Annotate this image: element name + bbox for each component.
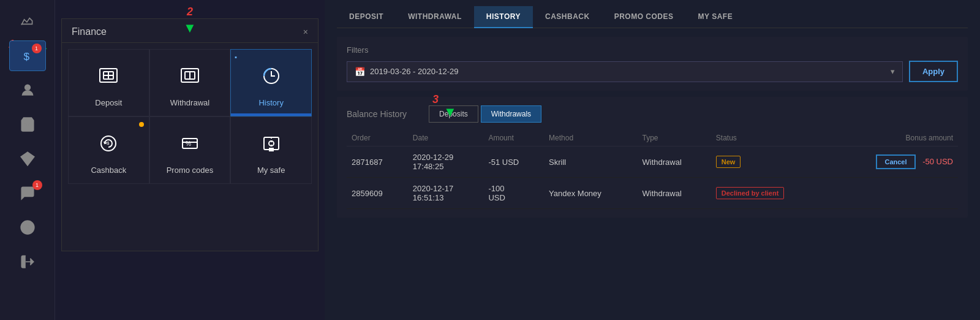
cell-order: 2871687 [347,147,408,178]
status-badge-declined: Declined by client [716,187,785,199]
apply-button[interactable]: Apply [909,61,958,82]
chart-icon [20,13,36,29]
filters-section: Filters 📅 2019-03-26 - 2020-12-29 ▾ Appl… [337,37,968,91]
cart-icon [20,116,36,132]
history-bottom-bar [231,113,311,116]
col-status: Status [711,130,828,147]
table-header: Order Date Amount Method Type Status Bon… [347,130,958,147]
finance-item-history[interactable]: ▪ History [230,49,312,116]
withdrawal-bottom-bar [150,113,230,116]
logout-icon [20,254,36,270]
col-bonus: Bonus amount [828,130,958,147]
finance-item-mysafe[interactable]: My safe [230,116,312,184]
modal-close-button[interactable]: × [303,27,308,37]
selected-indicator: ▪ [235,53,237,61]
cell-date: 2020-12-1716:51:13 [408,178,484,209]
cancel-button[interactable]: Cancel [876,154,915,169]
tab-withdrawal[interactable]: WITHDRAWAL [396,6,474,28]
history-icon [259,64,284,93]
cashback-bottom-bar [69,181,149,183]
cashback-label: Cashback [91,166,126,175]
cell-amount: -51 USD [483,147,544,178]
deposit-icon [96,64,121,93]
tab-cashback[interactable]: CASHBACK [533,6,602,28]
finance-item-cashback[interactable]: $ Cashback [68,116,149,184]
svg-point-1 [24,85,30,90]
cell-type: Withdrawal [638,178,711,209]
sidebar-item-logout[interactable] [9,246,46,277]
sidebar-item-help[interactable] [9,212,46,243]
col-amount: Amount [483,130,544,147]
history-table: Order Date Amount Method Type Status Bon… [347,130,958,209]
cell-type: Withdrawal [638,147,711,178]
tab-bar: DEPOSIT WITHDRAWAL HISTORY CASHBACK PROM… [337,6,968,28]
finance-grid: Deposit Withdrawal ▪ [62,43,318,190]
sidebar-item-user[interactable] [9,75,46,105]
sidebar-item-finance[interactable]: $ 1 [9,40,46,71]
cashback-icon: $ [96,131,121,161]
sidebar-item-diamond[interactable] [9,143,46,174]
step2-arrow: ▼ [183,20,197,36]
diamond-icon [20,151,36,167]
date-range-value: 2019-03-26 - 2020-12-29 [370,67,459,76]
balance-header: Balance History 3 ▼ Deposits Withdrawals [347,105,958,123]
svg-text:$: $ [23,50,29,63]
question-icon [20,219,36,235]
date-range-input[interactable]: 📅 2019-03-26 - 2020-12-29 ▾ [347,61,903,82]
cell-amount: -100USD [483,178,544,209]
promo-label: Promo codes [167,166,214,175]
cell-method: Yandex Money [544,178,637,209]
filters-label: Filters [347,45,958,55]
sidebar-item-chart[interactable] [9,6,46,37]
cell-date: 2020-12-2917:48:25 [408,147,484,178]
step3-label: 3 [432,93,439,106]
finance-item-withdrawal[interactable]: Withdrawal [149,49,231,116]
table-row: 2859609 2020-12-1716:51:13 -100USD Yande… [347,178,958,209]
withdrawal-icon [178,64,202,93]
deposit-label: Deposit [95,98,122,107]
dropdown-arrow: ▾ [891,67,895,76]
table-row: 2871687 2020-12-2917:48:25 -51 USD Skril… [347,147,958,178]
cell-status: Declined by client [711,178,828,209]
cell-bonus [828,178,958,209]
chat-badge: 1 [32,180,42,190]
svg-text:$: $ [107,140,110,146]
deposit-bottom-bar [69,113,149,116]
calendar-icon: 📅 [355,67,365,77]
cell-status: New [711,147,828,178]
modal-title: Finance [72,26,107,37]
withdrawal-label: Withdrawal [170,98,209,107]
tab-deposit[interactable]: DEPOSIT [337,6,396,28]
toggle-withdrawals[interactable]: Withdrawals [481,105,541,123]
tab-history[interactable]: HISTORY [474,6,533,28]
svg-marker-3 [21,152,34,166]
cell-method: Skrill [544,147,637,178]
promo-bottom-bar [150,181,230,183]
sidebar-item-cart[interactable] [9,109,46,140]
table-body: 2871687 2020-12-2917:48:25 -51 USD Skril… [347,147,958,209]
finance-modal: 2 Finance × ▼ Deposit [61,18,318,251]
cell-order: 2859609 [347,178,408,209]
finance-badge: 1 [32,44,42,53]
right-panel: DEPOSIT WITHDRAWAL HISTORY CASHBACK PROM… [325,0,980,320]
promo-icon: % [178,131,202,161]
user-icon [20,82,36,98]
cashback-dot [139,122,144,127]
sidebar: 1 ▶ $ 1 1 [0,0,55,320]
col-date: Date [408,130,484,147]
sidebar-item-chat[interactable]: 1 [9,178,46,208]
tab-mysafe[interactable]: MY SAFE [686,6,745,28]
mysafe-icon [259,131,284,161]
col-type: Type [638,130,711,147]
cell-bonus: Cancel -50 USD [828,147,958,178]
col-method: Method [544,130,637,147]
filters-row: 📅 2019-03-26 - 2020-12-29 ▾ Apply [347,61,958,82]
col-order: Order [347,130,408,147]
finance-item-promo[interactable]: % Promo codes [149,116,231,184]
bonus-amount: -50 USD [922,157,953,166]
finance-item-deposit[interactable]: Deposit [68,49,149,116]
history-label: History [258,98,283,107]
step2-label: 2 [187,6,193,18]
tab-promo[interactable]: PROMO CODES [602,6,686,28]
mysafe-label: My safe [257,166,285,175]
